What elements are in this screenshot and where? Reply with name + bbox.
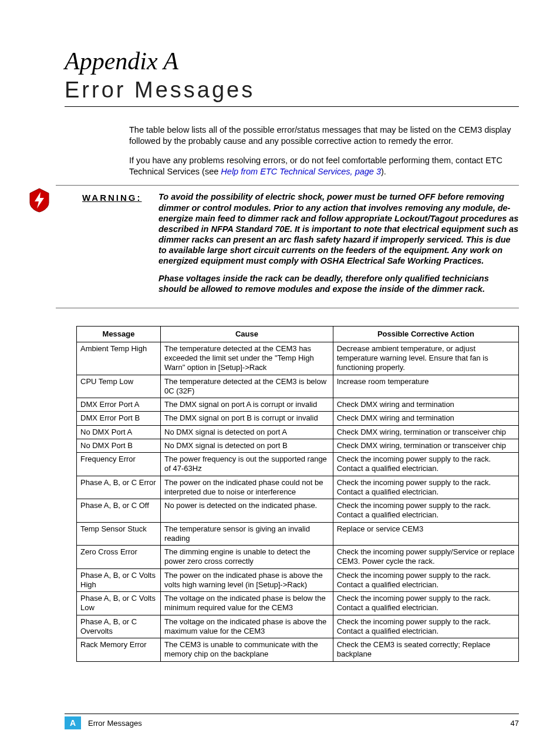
table-cell: Frequency Error <box>77 453 161 476</box>
table-cell: The voltage on the indicated phase is ab… <box>161 615 333 638</box>
table-cell: No power is detected on the indicated ph… <box>161 499 333 523</box>
intro-p2: If you have any problems resolving error… <box>129 155 519 177</box>
table-cell: Ambient Temp High <box>77 342 161 375</box>
table-cell: Phase A, B, or C Volts Low <box>77 592 161 615</box>
section-title: Error Messages <box>65 78 519 107</box>
table-cell: The temperature sensor is giving an inva… <box>161 522 333 546</box>
table-cell: Check the incoming power supply to the r… <box>333 476 518 499</box>
table-cell: Check DMX wiring and termination <box>333 398 518 412</box>
col-cause: Cause <box>161 326 333 342</box>
table-cell: Check DMX wiring, termination or transce… <box>333 425 518 439</box>
page-number: 47 <box>511 719 519 728</box>
table-cell: Check DMX wiring, termination or transce… <box>333 439 518 452</box>
col-action: Possible Corrective Action <box>333 326 518 342</box>
table-cell: Phase A, B, or C Error <box>77 476 161 499</box>
table-cell: No DMX Port B <box>77 439 161 452</box>
table-row: DMX Error Port BThe DMX signal on port B… <box>77 412 519 425</box>
table-cell: Check the incoming power supply/Service … <box>333 546 518 569</box>
intro-block: The table below lists all of the possibl… <box>129 124 519 177</box>
table-cell: DMX Error Port B <box>77 412 161 425</box>
table-row: DMX Error Port AThe DMX signal on port A… <box>77 398 519 412</box>
warning-p2: Phase voltages inside the rack can be de… <box>158 273 519 294</box>
page-footer: A Error Messages 47 <box>65 714 519 729</box>
table-cell: Check the incoming power supply to the r… <box>333 568 518 592</box>
table-cell: Check the incoming power supply to the r… <box>333 453 518 476</box>
table-cell: Check DMX wiring and termination <box>333 412 518 425</box>
table-row: Phase A, B, or C Volts HighThe power on … <box>77 568 519 592</box>
table-cell: Check the CEM3 is seated correctly; Repl… <box>333 638 518 662</box>
table-cell: The DMX signal on port B is corrupt or i… <box>161 412 333 425</box>
table-cell: Zero Cross Error <box>77 546 161 569</box>
appendix-badge: A <box>65 716 81 729</box>
error-table: Message Cause Possible Corrective Action… <box>76 326 519 662</box>
intro-p2-b: ). <box>381 167 386 176</box>
table-row: No DMX Port ANo DMX signal is detected o… <box>77 425 519 439</box>
table-cell: Replace or service CEM3 <box>333 522 518 546</box>
table-cell: No DMX Port A <box>77 425 161 439</box>
table-cell: Check the incoming power supply to the r… <box>333 592 518 615</box>
table-cell: Phase A, B, or C Overvolts <box>77 615 161 638</box>
table-cell: No DMX signal is detected on port A <box>161 425 333 439</box>
table-row: Phase A, B, or C OffNo power is detected… <box>77 499 519 523</box>
table-cell: Rack Memory Error <box>77 638 161 662</box>
col-message: Message <box>77 326 161 342</box>
table-cell: Temp Sensor Stuck <box>77 522 161 546</box>
intro-p1: The table below lists all of the possibl… <box>129 124 519 147</box>
table-cell: Check the incoming power supply to the r… <box>333 499 518 523</box>
table-cell: The power frequency is out the supported… <box>161 453 333 476</box>
table-cell: Check the incoming power supply to the r… <box>333 615 518 638</box>
warning-body: To avoid the possibility of electric sho… <box>153 191 519 301</box>
table-cell: Increase room temperature <box>333 375 518 398</box>
table-row: Rack Memory ErrorThe CEM3 is unable to c… <box>77 638 519 662</box>
table-header-row: Message Cause Possible Corrective Action <box>77 326 519 342</box>
divider <box>56 308 519 308</box>
table-row: CPU Temp LowThe temperature detected at … <box>77 375 519 398</box>
table-row: Phase A, B, or C OvervoltsThe voltage on… <box>77 615 519 638</box>
help-link[interactable]: Help from ETC Technical Services, page 3 <box>221 167 381 176</box>
table-row: Ambient Temp HighThe temperature detecte… <box>77 342 519 375</box>
table-cell: The voltage on the indicated phase is be… <box>161 592 333 615</box>
table-cell: DMX Error Port A <box>77 398 161 412</box>
table-cell: The temperature detected at the CEM3 is … <box>161 375 333 398</box>
table-row: No DMX Port BNo DMX signal is detected o… <box>77 439 519 452</box>
table-row: Phase A, B, or C Volts LowThe voltage on… <box>77 592 519 615</box>
table-cell: Phase A, B, or C Off <box>77 499 161 523</box>
table-cell: Phase A, B, or C Volts High <box>77 568 161 592</box>
warning-bolt-icon <box>26 187 52 213</box>
warning-label: WARNING: <box>82 191 153 203</box>
table-cell: The power on the indicated phase is abov… <box>161 568 333 592</box>
table-cell: The dimming engine is unable to detect t… <box>161 546 333 569</box>
table-cell: The DMX signal on port A is corrupt or i… <box>161 398 333 412</box>
warning-block: WARNING: To avoid the possibility of ele… <box>65 185 519 308</box>
table-row: Phase A, B, or C ErrorThe power on the i… <box>77 476 519 499</box>
table-cell: The power on the indicated phase could n… <box>161 476 333 499</box>
table-cell: The temperature detected at the CEM3 has… <box>161 342 333 375</box>
footer-crumb: Error Messages <box>88 719 511 728</box>
table-cell: No DMX signal is detected on port B <box>161 439 333 452</box>
table-row: Temp Sensor StuckThe temperature sensor … <box>77 522 519 546</box>
appendix-title: Appendix A <box>65 47 519 75</box>
table-cell: Decrease ambient temperature, or adjust … <box>333 342 518 375</box>
table-cell: The CEM3 is unable to communicate with t… <box>161 638 333 662</box>
table-row: Frequency ErrorThe power frequency is ou… <box>77 453 519 476</box>
warning-p1: To avoid the possibility of electric sho… <box>158 191 519 266</box>
table-cell: CPU Temp Low <box>77 375 161 398</box>
table-row: Zero Cross ErrorThe dimming engine is un… <box>77 546 519 569</box>
